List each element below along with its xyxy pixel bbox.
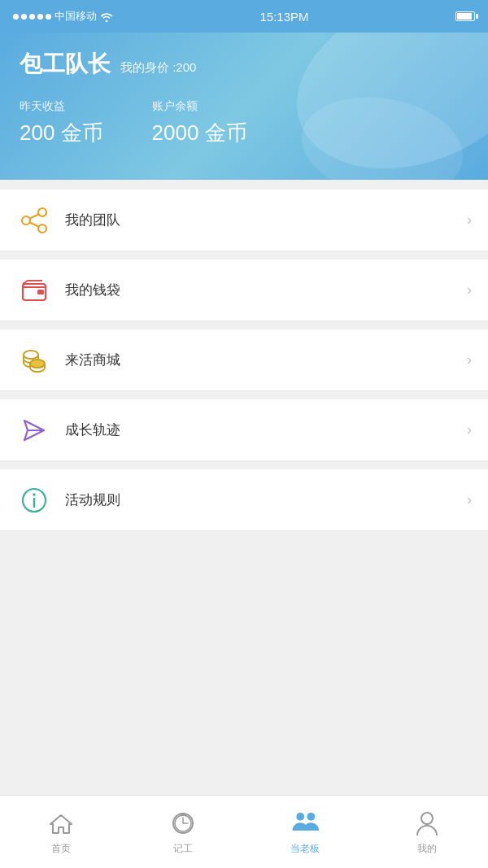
user-title: 包工队长 xyxy=(20,49,111,80)
chevron-shop: › xyxy=(467,351,472,369)
menu-list: 我的团队 › 我的钱袋 › 来活商城 › xyxy=(0,190,488,531)
header-top: 包工队长 我的身价 :200 xyxy=(20,49,468,80)
menu-item-wallet[interactable]: 我的钱袋 › xyxy=(0,260,488,321)
nav-item-boss[interactable]: 当老板 xyxy=(244,796,366,868)
battery-icon xyxy=(455,11,475,21)
svg-point-7 xyxy=(24,351,38,359)
send-icon-wrap xyxy=(16,412,52,448)
menu-label-shop: 来活商城 xyxy=(65,351,467,369)
wallet-icon-wrap xyxy=(16,273,52,308)
info-icon xyxy=(20,486,49,515)
nav-item-mine[interactable]: 我的 xyxy=(366,796,488,868)
send-icon xyxy=(20,416,49,445)
svg-point-0 xyxy=(38,208,46,216)
svg-point-18 xyxy=(296,812,304,820)
wallet-icon xyxy=(20,276,49,305)
status-right xyxy=(455,11,475,21)
svg-rect-6 xyxy=(37,290,44,294)
coins-icon-wrap xyxy=(16,342,52,378)
chevron-rules: › xyxy=(467,491,472,508)
timelog-icon xyxy=(168,809,198,838)
svg-marker-15 xyxy=(183,818,188,823)
stat-balance-label: 账户余额 xyxy=(152,99,247,114)
menu-label-growth: 成长轨迹 xyxy=(65,421,467,439)
svg-line-4 xyxy=(30,222,39,226)
chevron-growth: › xyxy=(467,421,472,438)
info-icon-wrap xyxy=(16,482,52,518)
stat-balance: 账户余额 2000 金币 xyxy=(152,99,247,147)
svg-point-1 xyxy=(22,216,30,225)
stat-balance-value: 2000 金币 xyxy=(152,119,247,147)
header-section: 包工队长 我的身价 :200 昨天收益 200 金币 账户余额 2000 金币 xyxy=(0,33,488,180)
home-icon xyxy=(46,809,76,838)
nav-label-mine: 我的 xyxy=(417,842,437,856)
team-icon-wrap xyxy=(16,203,52,238)
svg-point-8 xyxy=(30,360,45,368)
svg-line-3 xyxy=(30,214,39,218)
svg-point-19 xyxy=(307,812,315,820)
boss-icon xyxy=(290,809,320,838)
nav-label-home: 首页 xyxy=(51,842,71,856)
bottom-nav: 首页 记工 当老板 xyxy=(0,795,488,868)
menu-item-shop[interactable]: 来活商城 › xyxy=(0,329,488,391)
menu-label-team: 我的团队 xyxy=(65,211,467,229)
stat-yesterday-value: 200 金币 xyxy=(20,119,103,147)
status-bar: 中国移动 15:13PM xyxy=(0,0,488,33)
user-icon xyxy=(412,809,442,838)
menu-label-wallet: 我的钱袋 xyxy=(65,281,467,299)
menu-item-rules[interactable]: 活动规则 › xyxy=(0,469,488,531)
nav-item-timelog[interactable]: 记工 xyxy=(122,796,244,868)
menu-item-team[interactable]: 我的团队 › xyxy=(0,190,488,251)
nav-label-timelog: 记工 xyxy=(173,842,193,856)
stats-row: 昨天收益 200 金币 账户余额 2000 金币 xyxy=(20,99,468,147)
nav-item-home[interactable]: 首页 xyxy=(0,796,122,868)
user-rank: 我的身价 :200 xyxy=(120,60,196,76)
chevron-team: › xyxy=(467,212,472,229)
carrier-label: 中国移动 xyxy=(54,9,97,24)
menu-item-growth[interactable]: 成长轨迹 › xyxy=(0,399,488,461)
svg-rect-17 xyxy=(181,813,185,816)
status-time: 15:13PM xyxy=(259,10,308,24)
status-left: 中国移动 xyxy=(13,9,113,24)
menu-label-rules: 活动规则 xyxy=(65,491,467,509)
stat-yesterday-label: 昨天收益 xyxy=(20,99,103,114)
nav-label-boss: 当老板 xyxy=(290,842,320,856)
coins-icon xyxy=(20,346,49,375)
share-icon xyxy=(20,206,49,235)
svg-point-20 xyxy=(421,813,433,824)
svg-point-13 xyxy=(33,493,36,496)
chevron-wallet: › xyxy=(467,281,472,299)
svg-point-2 xyxy=(38,225,46,233)
wifi-icon xyxy=(100,11,113,22)
stat-yesterday: 昨天收益 200 金币 xyxy=(20,99,103,147)
signal-dots xyxy=(13,14,51,20)
